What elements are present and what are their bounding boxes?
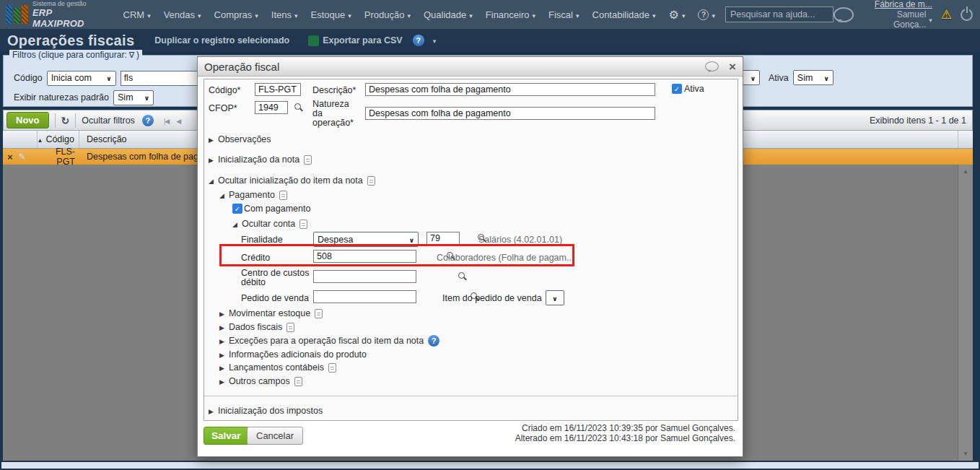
- cfop-input[interactable]: [255, 101, 288, 114]
- notes-icon[interactable]: [279, 191, 287, 200]
- column-header-codigo[interactable]: Código: [38, 131, 79, 148]
- codigo-label: Código*: [209, 85, 240, 95]
- salvar-button[interactable]: Salvar: [204, 427, 249, 445]
- section-inicializacao-nota[interactable]: Inicialização da nota: [209, 155, 312, 165]
- codigo-operator-select[interactable]: Inicia com: [47, 71, 116, 86]
- help-icon[interactable]: [413, 35, 424, 46]
- section-dados-fiscais[interactable]: Dados fiscais: [219, 322, 294, 332]
- section-ocultar-conta[interactable]: Ocultar conta: [232, 219, 307, 229]
- menu-compras[interactable]: Compras: [214, 9, 258, 20]
- descricao-input[interactable]: [365, 83, 655, 96]
- chevron-down-icon[interactable]: [433, 35, 437, 45]
- expand-icon: [219, 349, 224, 360]
- dialog-header[interactable]: Operação fiscal: [198, 57, 743, 77]
- section-outros-campos[interactable]: Outros campos: [219, 376, 302, 386]
- section-inicializacao-impostos[interactable]: Inicialização dos impostos: [209, 406, 323, 416]
- chevron-down-icon: [147, 9, 151, 20]
- finalidade-select[interactable]: Despesa: [313, 232, 419, 247]
- items-count-label: Exibindo itens 1 - 1 de 1: [870, 116, 966, 126]
- section-movimentar-estoque[interactable]: Movimentar estoque: [219, 308, 323, 318]
- dialog-chat-icon[interactable]: [705, 61, 719, 71]
- expand-icon: [209, 134, 214, 144]
- natureza-input[interactable]: [365, 107, 655, 120]
- expand-icon: [219, 308, 224, 318]
- menu-help[interactable]: [698, 9, 715, 20]
- chevron-down-icon: [198, 9, 201, 20]
- chat-icon[interactable]: [834, 7, 854, 22]
- menu-contabilidade[interactable]: Contabilidade: [592, 9, 656, 20]
- descricao-label: Descrição*: [312, 85, 356, 95]
- warning-icon[interactable]: [941, 7, 952, 22]
- finalidade-conta-input[interactable]: [426, 232, 460, 245]
- company-link[interactable]: Fábrica de m...: [862, 0, 932, 9]
- scroll-up-icon[interactable]: [958, 168, 973, 175]
- expand-icon: [219, 336, 224, 346]
- menu-financeiro[interactable]: Financeiro: [486, 9, 535, 20]
- logout-power-icon[interactable]: [961, 9, 973, 21]
- edit-row-icon[interactable]: [19, 152, 26, 162]
- scroll-down-icon[interactable]: [958, 451, 973, 457]
- menu-crm[interactable]: CRM: [123, 9, 151, 20]
- menu-itens[interactable]: Itens: [271, 9, 298, 20]
- notes-icon[interactable]: [367, 176, 375, 186]
- chevron-down-icon: [348, 9, 351, 20]
- chevron-down-icon: [407, 9, 411, 20]
- filters-legend[interactable]: Filtros (clique para configurar: ): [9, 50, 142, 60]
- ativa-checkbox[interactable]: [672, 84, 682, 94]
- section-excecoes[interactable]: Exceções para a operação fiscal do item …: [219, 335, 439, 347]
- horizontal-scrollbar[interactable]: [1, 462, 979, 469]
- notes-icon[interactable]: [299, 219, 307, 229]
- com-pagamento-checkbox[interactable]: [232, 204, 242, 214]
- row-actions-header: [3, 131, 38, 148]
- menu-producao[interactable]: Produção: [364, 9, 411, 20]
- section-inicializacao-item-nota[interactable]: Ocultar inicialização do item da nota: [209, 175, 375, 186]
- maxiprod-logo-icon: [6, 5, 28, 24]
- help-icon[interactable]: [142, 115, 154, 126]
- centro-custos-input[interactable]: [313, 270, 416, 283]
- cancelar-button[interactable]: Cancelar: [247, 427, 303, 445]
- sort-ascending-icon: [37, 134, 43, 144]
- menu-estoque[interactable]: Estoque: [311, 9, 351, 20]
- search-icon[interactable]: [294, 103, 303, 113]
- menu-qualidade[interactable]: Qualidade: [424, 9, 473, 20]
- vertical-scrollbar[interactable]: [958, 165, 973, 461]
- exibir-naturezas-select[interactable]: Sim: [113, 90, 154, 105]
- novo-button[interactable]: Novo: [6, 112, 49, 129]
- menu-settings[interactable]: [669, 8, 686, 22]
- section-pagamento[interactable]: Pagamento: [219, 190, 287, 200]
- pedido-venda-input[interactable]: [313, 290, 416, 303]
- export-csv-button[interactable]: Exportar para CSV: [323, 35, 402, 45]
- search-icon[interactable]: [458, 271, 467, 282]
- ativa-filter-select[interactable]: Sim: [793, 70, 834, 85]
- brand-tagline: Sistema de gestão: [32, 0, 106, 7]
- expand-icon: [219, 322, 224, 332]
- row-codigo-cell: FLS-PGT: [38, 147, 79, 167]
- close-icon[interactable]: [729, 61, 736, 73]
- top-navbar: Sistema de gestão ERP MAXIPROD CRM Venda…: [0, 0, 980, 29]
- menu-vendas[interactable]: Vendas: [164, 9, 201, 20]
- notes-icon[interactable]: [328, 363, 336, 373]
- help-search-input[interactable]: [725, 6, 834, 22]
- notes-icon[interactable]: [294, 377, 302, 386]
- credito-input[interactable]: [313, 250, 416, 263]
- duplicate-record-button[interactable]: Duplicar o registro selecionado: [154, 35, 289, 45]
- help-icon[interactable]: [428, 335, 439, 347]
- codigo-input[interactable]: [255, 83, 301, 96]
- delete-row-icon[interactable]: [7, 152, 13, 162]
- refresh-icon[interactable]: [61, 115, 70, 126]
- first-page-icon[interactable]: [164, 116, 169, 126]
- section-informacoes-adicionais[interactable]: Informações adicionais do produto: [219, 349, 367, 360]
- previous-page-icon[interactable]: [176, 116, 181, 126]
- notes-icon[interactable]: [286, 323, 294, 332]
- notes-icon[interactable]: [315, 309, 323, 318]
- menu-fiscal[interactable]: Fiscal: [548, 9, 579, 20]
- ocultar-filtros-button[interactable]: Ocultar filtros: [82, 116, 135, 126]
- section-lancamentos-contabeis[interactable]: Lançamentos contábeis: [219, 362, 336, 373]
- item-pedido-select[interactable]: [546, 290, 564, 305]
- brand-logo[interactable]: Sistema de gestão ERP MAXIPROD: [0, 0, 113, 29]
- pedido-venda-label: Pedido de venda: [241, 293, 309, 303]
- select-arrow-icon: [823, 73, 828, 83]
- user-menu[interactable]: Samuel Gonça...: [862, 9, 932, 30]
- section-observacoes[interactable]: Observações: [209, 134, 271, 144]
- notes-icon[interactable]: [304, 155, 312, 165]
